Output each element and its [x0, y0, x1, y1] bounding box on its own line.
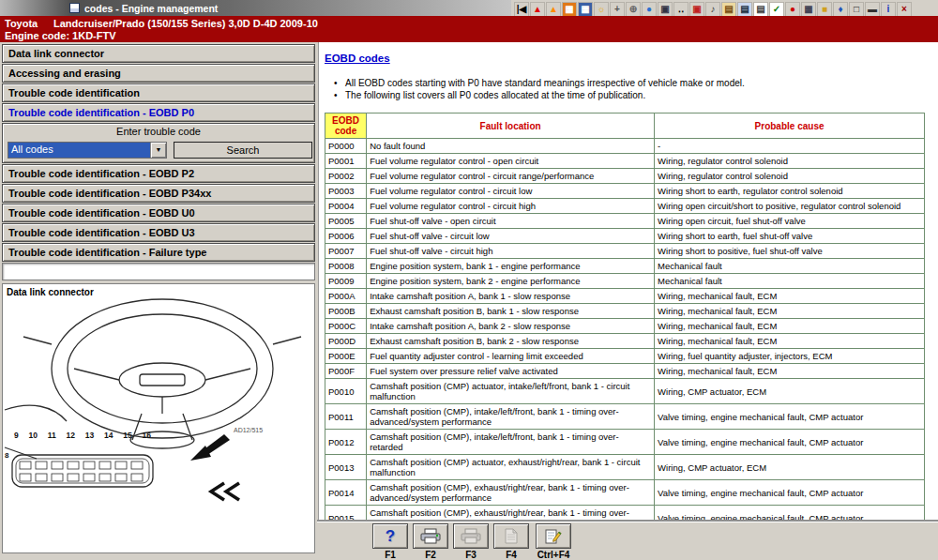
probable-cause-cell: Wiring, CMP actuator, ECM — [655, 379, 925, 404]
sidebar-item-trouble-code-identification-eobd-p0[interactable]: Trouble code identification - EOBD P0 — [2, 103, 315, 122]
probable-cause-cell: Wiring, mechanical fault, ECM — [655, 304, 925, 319]
code-row: P000DExhaust camshaft position B, bank 2… — [325, 334, 925, 349]
fault-location-cell: Intake camshaft position A, bank 1 - slo… — [367, 289, 655, 304]
eobd-code-cell: P000A — [325, 289, 367, 304]
monitor-icon[interactable]: ▣ — [658, 2, 673, 17]
sidebar-item-trouble-code-identification-eobd-p34xx[interactable]: Trouble code identification - EOBD P34xx — [2, 184, 315, 203]
fault-location-cell: No fault found — [367, 139, 655, 154]
probable-cause-cell: Wiring short to earth, regulator control… — [655, 184, 925, 199]
chevron-down-icon[interactable]: ▼ — [150, 143, 166, 158]
code-row: P000BExhaust camshaft position B, bank 1… — [325, 304, 925, 319]
sidebar-item-data-link-connector[interactable]: Data link connector — [2, 44, 315, 63]
manual-icon-glyph: ▤ — [724, 4, 733, 14]
autodata-window: codes - Engine management |◀▲▲▦▦☼+⊕●▣‥▣♪… — [0, 0, 938, 560]
gear-icon[interactable]: ⊕ — [626, 2, 641, 17]
globe-icon[interactable]: ● — [642, 2, 657, 17]
pin-number: 10 — [29, 431, 38, 440]
pin-number: 15 — [123, 431, 131, 440]
code-row: P0004Fuel volume regulator control - cir… — [325, 199, 925, 214]
bulb-icon[interactable]: ☼ — [594, 2, 609, 17]
document-icon-glyph: ▤ — [756, 4, 764, 14]
folder-icon[interactable]: ■ — [817, 2, 832, 17]
probable-cause-cell: Valve timing, engine mechanical fault, C… — [655, 506, 925, 522]
notes-button[interactable] — [536, 523, 571, 549]
sidebar-item-accessing-and-erasing[interactable]: Accessing and erasing — [2, 64, 315, 83]
grid-icon[interactable]: ▦ — [801, 2, 816, 17]
checklist-icon-glyph: ✓ — [773, 4, 780, 14]
window2-icon[interactable]: □ — [849, 2, 864, 17]
nav-first-icon[interactable]: |◀ — [514, 2, 529, 17]
sidebar-item-trouble-code-identification[interactable]: Trouble code identification — [2, 83, 315, 102]
fault-location-cell: Fuel volume regulator control - circuit … — [367, 199, 655, 214]
data-link-connector-panel: Data link connector — [2, 283, 315, 553]
print-button[interactable] — [413, 523, 448, 549]
help-button[interactable]: ? — [372, 523, 408, 549]
export-button-group: F4 — [492, 523, 530, 560]
bullet-icon: • — [334, 78, 345, 88]
code-row: P0003Fuel volume regulator control - cir… — [325, 184, 925, 199]
wrench-icon-glyph: + — [614, 4, 620, 14]
code-filter-value: All codes — [8, 143, 150, 158]
probable-cause-cell: Wiring open circuit/short to positive, r… — [655, 199, 925, 214]
probable-cause-cell: Mechanical fault — [655, 274, 925, 289]
note-item: •All EOBD codes starting with P0 have st… — [334, 78, 938, 88]
function-buttons-group: ?F1F2F3F4Ctrl+F4 — [371, 523, 574, 560]
component-icon[interactable]: ♦ — [833, 2, 848, 17]
code-row: P0012Camshaft position (CMP), intake/lef… — [325, 430, 925, 455]
grid-icon-glyph: ▦ — [804, 4, 812, 14]
monitor-alert-icon[interactable]: ▣ — [689, 2, 704, 17]
calculator-icon-glyph: ▦ — [581, 4, 589, 14]
arrow-to-connector — [190, 434, 230, 461]
page-icon — [505, 528, 518, 544]
calipers-icon[interactable]: ‥ — [673, 2, 688, 17]
checklist-icon[interactable]: ✓ — [769, 2, 784, 17]
export-button — [493, 523, 529, 549]
stop-icon[interactable]: ● — [785, 2, 800, 17]
eobd-code-cell: P000D — [325, 334, 367, 349]
nav-first-icon-glyph: |◀ — [517, 4, 527, 14]
eobd-code-cell: P0007 — [325, 244, 367, 259]
eobd-code-cell: P000F — [325, 364, 367, 379]
info-icon[interactable]: i — [881, 2, 896, 17]
fault-location-cell: Fuel quantity adjuster control - learnin… — [367, 349, 655, 364]
code-row: P0006Fuel shut-off valve - circuit lowWi… — [325, 229, 925, 244]
window-title: codes - Engine management — [84, 3, 218, 14]
stop-icon-glyph: ● — [790, 4, 795, 14]
eobd-code-cell: P0001 — [325, 154, 367, 169]
code-row: P000CIntake camshaft position A, bank 2 … — [325, 319, 925, 334]
code-filter-dropdown[interactable]: All codes ▼ — [8, 142, 167, 159]
sidebar-item-trouble-code-identification-eobd-p2[interactable]: Trouble code identification - EOBD P2 — [2, 164, 315, 183]
calculator-icon[interactable]: ▦ — [578, 2, 593, 17]
data-book-icon[interactable]: ▤ — [737, 2, 752, 17]
sidebar-bottom-group: Trouble code identification - EOBD P2Tro… — [2, 164, 315, 262]
window2-icon-glyph: □ — [854, 4, 859, 14]
globe-icon-glyph: ● — [646, 4, 652, 14]
search-button[interactable]: Search — [174, 142, 312, 159]
code-row: P0000No fault found- — [325, 139, 925, 154]
steering-column-diagram — [3, 297, 316, 549]
note-text: All EOBD codes starting with P0 have sta… — [345, 78, 745, 88]
probable-cause-cell: Wiring, regulator control solenoid — [655, 169, 925, 184]
fuse-box-icon[interactable]: ▦ — [562, 2, 577, 17]
eobd-code-cell: P000C — [325, 319, 367, 334]
bulb-icon-glyph: ☼ — [597, 4, 605, 14]
probable-cause-cell: Valve timing, engine mechanical fault, C… — [655, 404, 925, 430]
probable-cause-cell: Wiring open circuit, fuel shut-off valve — [655, 214, 925, 229]
sidebar-item-trouble-code-identification-eobd-u0[interactable]: Trouble code identification - EOBD U0 — [2, 204, 315, 222]
engine-code: Engine code: 1KD-FTV — [5, 30, 933, 42]
speaker-icon[interactable]: ♪ — [705, 2, 720, 17]
warning-icon[interactable]: ▲ — [530, 2, 545, 17]
wrench-icon[interactable]: + — [610, 2, 625, 17]
function-key-bar: ?F1F2F3F4Ctrl+F4 — [317, 522, 938, 560]
eobd-code-cell: P000E — [325, 349, 367, 364]
info-icon-glyph: i — [887, 4, 890, 14]
sidebar-item-trouble-code-identification-eobd-u3[interactable]: Trouble code identification - EOBD U3 — [2, 223, 315, 242]
document-icon[interactable]: ▤ — [753, 2, 768, 17]
vehicle-make: Toyota — [5, 18, 53, 30]
sidebar-item-trouble-code-identification-failure-type[interactable]: Trouble code identification - Failure ty… — [2, 243, 315, 262]
caution-icon-glyph: ▲ — [549, 4, 558, 14]
manual-icon[interactable]: ▤ — [721, 2, 736, 17]
exit-icon[interactable]: × — [897, 2, 912, 17]
caution-icon[interactable]: ▲ — [546, 2, 561, 17]
battery-icon[interactable]: ▬ — [865, 2, 880, 17]
